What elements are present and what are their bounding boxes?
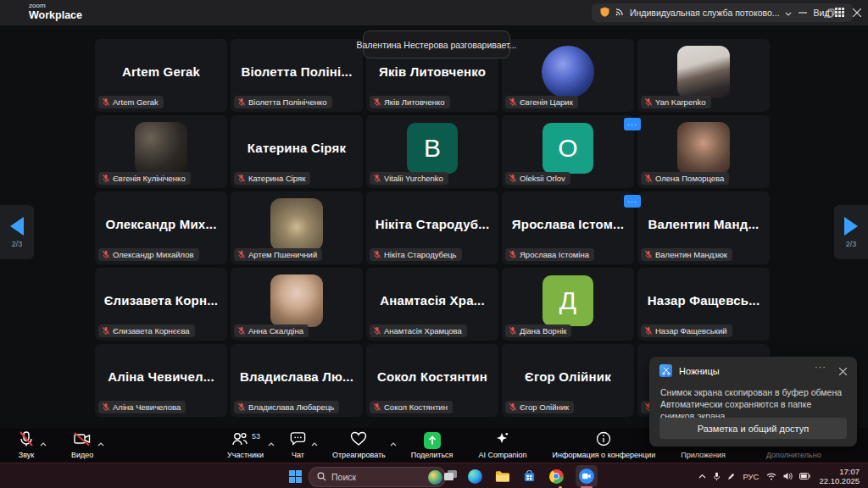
next-page-arrow-icon[interactable]	[844, 217, 858, 236]
participant-tile[interactable]: Євгенія Царик	[502, 39, 634, 112]
volume-icon[interactable]	[783, 472, 793, 480]
participant-name: Єлизавета Корн...	[95, 293, 227, 308]
start-button[interactable]	[286, 467, 304, 485]
language-indicator[interactable]: РУС	[743, 472, 759, 481]
participant-tile[interactable]: BVitalii Yurchenko	[366, 115, 498, 188]
toolbar-react-button[interactable]: Отреагировать	[327, 428, 394, 459]
toolbar-video-button[interactable]: Видео	[66, 428, 102, 459]
chrome-browser-icon[interactable]	[547, 467, 565, 485]
participant-name-tag: Діана Ворнік	[505, 324, 571, 337]
participant-tile[interactable]: Yan Karpenko	[637, 39, 770, 112]
tray-chevron-up-icon[interactable]	[698, 474, 706, 479]
participant-tile[interactable]: Єлизавета Корн...Єлизавета Корнєєва	[95, 268, 227, 341]
participant-tile[interactable]: Аліна Чевичел...Аліна Чевичелова	[95, 344, 227, 417]
participant-tile[interactable]: OOleksii Orlov	[502, 115, 634, 188]
participant-tile[interactable]: Олена Поморцева	[637, 115, 770, 188]
participants-icon	[231, 430, 249, 452]
markup-and-share-button[interactable]: Разметка и общий доступ	[659, 418, 847, 439]
clock-time: 17:07	[819, 467, 860, 476]
restore-button[interactable]	[817, 0, 843, 25]
participant-avatar	[542, 46, 594, 98]
toolbar-label: Видео	[71, 451, 93, 459]
participant-tile[interactable]: Валентин Манд...Валентин Мандзюк	[637, 191, 770, 264]
participant-tile[interactable]: Олександр Мих...Олександр Михайлов	[95, 191, 227, 264]
participant-name-tag-label: Віолетта Полініченко	[248, 97, 327, 107]
participant-tile[interactable]: Єгор ОлійникЄгор Олійник	[502, 344, 634, 417]
share-icon	[424, 432, 441, 449]
chevron-up-icon[interactable]	[40, 435, 47, 450]
chevron-up-icon[interactable]	[97, 435, 104, 450]
snipping-tool-notification: Ножницы ··· Снимок экрана скопирован в б…	[649, 357, 857, 446]
page-indicator: 2/3	[846, 240, 857, 248]
previous-page-control[interactable]: 2/3	[0, 205, 34, 259]
more-options-button[interactable]: ···	[624, 118, 641, 130]
participant-tile[interactable]: Нікіта Стародуб...Нікіта Стародубець	[366, 191, 498, 264]
participant-name: Назар Фащевсь...	[637, 293, 770, 308]
participant-tile[interactable]: Назар Фащевсь...Назар Фащевський	[637, 268, 770, 341]
participant-name-tag: Oleksii Orlov	[505, 172, 570, 185]
heart-icon	[349, 430, 368, 451]
participant-avatar	[677, 46, 730, 98]
participant-tile[interactable]: Анамтасія Хра...Анамтасія Храмцова	[366, 268, 498, 341]
edge-browser-icon[interactable]	[465, 467, 484, 485]
file-explorer-icon[interactable]	[492, 467, 511, 485]
participant-name-tag-label: Назар Фащевський	[655, 326, 727, 336]
participant-tile[interactable]: Катерина СірякКатерина Сіряк	[231, 115, 363, 188]
logo-zoom-text: zoom	[29, 3, 82, 9]
participant-name-tag-label: Ярослава Істоміна	[520, 250, 589, 259]
more-options-button[interactable]: ···	[624, 195, 641, 208]
minimize-button[interactable]	[790, 0, 815, 25]
search-highlight-image[interactable]	[428, 470, 442, 485]
search-input[interactable]: Поиск	[309, 467, 446, 487]
chevron-up-icon[interactable]	[311, 435, 318, 450]
toolbar-participants-button[interactable]: 53Участники	[222, 428, 272, 459]
task-view-button[interactable]	[442, 467, 460, 485]
participant-name-tag-label: Діана Ворнік	[520, 326, 566, 336]
participant-name-tag-label: Анамтасія Храмцова	[384, 326, 462, 336]
taskbar-clock[interactable]: 17:07 22.10.2025	[819, 467, 860, 485]
participant-tile[interactable]: Артем Пшеничний	[231, 191, 363, 264]
toolbar-label: AI Companion	[478, 451, 526, 459]
participant-tile[interactable]: Владислава Лю...Владислава Любарець	[231, 344, 363, 417]
previous-page-arrow-icon[interactable]	[10, 217, 24, 236]
participant-tile[interactable]: Сокол КостянтинСокол Костянтин	[366, 344, 498, 417]
battery-icon[interactable]	[799, 473, 810, 480]
participant-tile[interactable]: ДДіана Ворнік	[502, 268, 634, 341]
chevron-up-icon[interactable]	[390, 435, 397, 450]
toolbar-ai-companion-button[interactable]: AI Companion	[473, 428, 535, 459]
chevron-up-icon[interactable]	[268, 435, 275, 450]
toolbar-share-button[interactable]: Поделиться	[406, 428, 462, 459]
participant-name-tag-label: Яків Литовченко	[384, 97, 445, 107]
toolbar-meeting-info-button[interactable]: Информация о конференции	[548, 428, 665, 459]
participant-name-tag: Єлизавета Корнєєва	[98, 324, 195, 337]
participant-avatar	[677, 122, 730, 175]
broadcast-icon	[615, 7, 625, 19]
toolbar-label: Дополнительно	[766, 451, 821, 459]
wifi-icon[interactable]	[766, 473, 776, 480]
zoom-app-icon[interactable]	[576, 465, 598, 487]
participant-name-tag-label: Олена Поморцева	[655, 174, 724, 183]
participant-tile[interactable]: Віолетта Поліні...Віолетта Полініченко	[231, 39, 363, 112]
toolbar-label: Поделиться	[411, 451, 453, 459]
participant-tile[interactable]: Євгенія Кулініченко	[95, 115, 227, 188]
participant-name-tag-label: Анна Скалдіна	[248, 326, 303, 336]
tray-pen-icon[interactable]	[727, 473, 735, 480]
participant-count: 53	[252, 432, 260, 441]
toolbar-chat-button[interactable]: Чат	[284, 428, 315, 459]
participant-name-tag: Яків Литовченко	[370, 96, 450, 108]
participant-name-tag-label: Євгенія Кулініченко	[113, 174, 186, 183]
toolbar-audio-button[interactable]: Звук	[12, 428, 44, 459]
toolbar-label: Участники	[227, 451, 264, 459]
mic-muted-icon	[373, 402, 381, 412]
participant-name-tag-label: Сокол Костянтин	[384, 402, 448, 412]
notification-menu-button[interactable]: ···	[815, 362, 826, 372]
next-page-control[interactable]: 2/3	[834, 205, 868, 259]
microsoft-store-icon[interactable]	[520, 467, 538, 485]
participant-tile[interactable]: Artem GerakArtem Gerak	[95, 39, 227, 112]
participant-name-tag: Анна Скалдіна	[234, 324, 309, 337]
notification-close-icon[interactable]	[839, 363, 847, 379]
tray-microphone-icon[interactable]	[713, 472, 721, 481]
close-icon[interactable]	[844, 0, 868, 25]
participant-tile[interactable]: Анна Скалдіна	[231, 268, 363, 341]
participant-tile[interactable]: Ярослава Істом...Ярослава Істоміна	[502, 191, 634, 264]
